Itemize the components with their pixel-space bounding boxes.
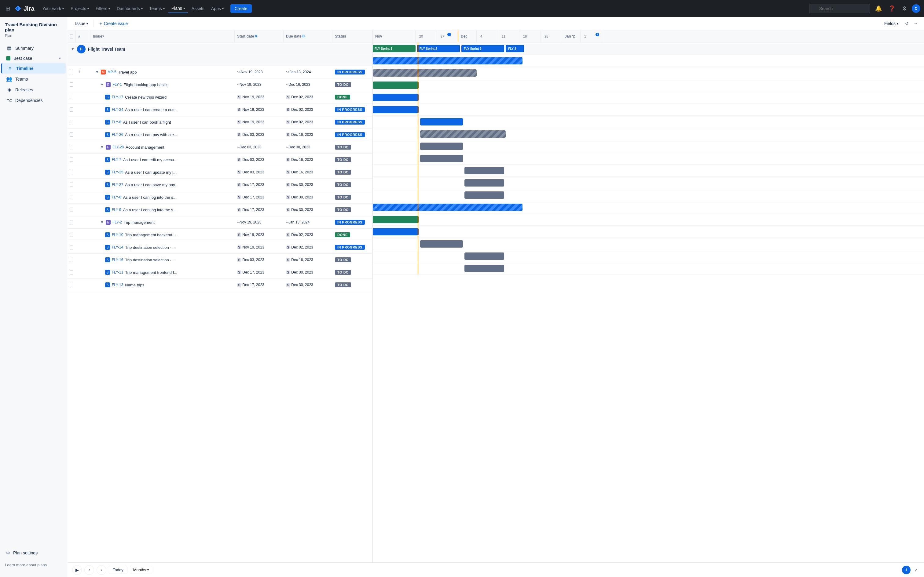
tl-bar-fly9[interactable] xyxy=(464,192,504,199)
row-due-fly25: SDec 16, 2023 xyxy=(284,166,333,178)
expand-icon[interactable]: ▼ xyxy=(95,70,99,74)
settings-icon[interactable]: ⚙ xyxy=(900,3,909,14)
issue-key-fly11[interactable]: FLY-11 xyxy=(112,270,123,274)
issue-key-fly6[interactable]: FLY-6 xyxy=(112,195,121,199)
tl-bar-fly28[interactable] xyxy=(420,131,506,138)
sidebar-item-summary[interactable]: ▤ Summary xyxy=(1,43,66,53)
create-issue-button[interactable]: + Create issue xyxy=(96,19,131,27)
nav-your-work[interactable]: Your work ▾ xyxy=(39,4,67,13)
grid-icon[interactable]: ⊞ xyxy=(4,3,12,14)
search-input[interactable] xyxy=(809,4,870,13)
row-checkbox[interactable] xyxy=(67,66,76,78)
nav-projects[interactable]: Projects ▾ xyxy=(68,4,92,13)
tl-bar-mp5[interactable]: → xyxy=(373,57,522,64)
th-issue[interactable]: Issue ▾ xyxy=(90,30,235,42)
row-checkbox[interactable] xyxy=(67,241,76,253)
row-checkbox[interactable] xyxy=(67,166,76,178)
row-checkbox[interactable] xyxy=(67,191,76,203)
issue-key-fly27[interactable]: FLY-27 xyxy=(112,182,123,187)
issue-key-fly13[interactable]: FLY-13 xyxy=(112,283,123,287)
expand-icon[interactable]: ▼ xyxy=(100,220,104,224)
issue-key-mp5[interactable]: MP-5 xyxy=(108,70,116,74)
issue-key-fly1[interactable]: FLY-1 xyxy=(112,82,122,87)
row-checkbox[interactable] xyxy=(67,229,76,241)
row-checkbox[interactable] xyxy=(67,279,76,291)
expand-icon[interactable]: ↔ xyxy=(913,20,919,27)
tl-bar-fly27[interactable] xyxy=(464,167,504,174)
tl-bar-fly2[interactable]: → xyxy=(373,204,522,211)
tl-bar-fly13[interactable] xyxy=(464,265,504,272)
tl-bar-fly8[interactable] xyxy=(373,106,418,113)
row-checkbox[interactable] xyxy=(67,179,76,191)
sidebar-item-teams[interactable]: 👥 Teams xyxy=(1,74,66,84)
row-checkbox[interactable] xyxy=(67,129,76,141)
tl-bar-fly14[interactable] xyxy=(373,228,418,235)
sidebar-item-plan-settings[interactable]: ⚙ Plan settings xyxy=(1,548,66,558)
row-checkbox[interactable] xyxy=(67,116,76,128)
nav-apps[interactable]: Apps ▾ xyxy=(208,4,227,13)
row-checkbox[interactable] xyxy=(67,153,76,166)
issue-key-fly26[interactable]: FLY-26 xyxy=(112,132,123,137)
issue-button[interactable]: Issue ▾ xyxy=(72,19,91,27)
tl-bar-fly16[interactable] xyxy=(420,240,463,248)
issue-key-fly7[interactable]: FLY-7 xyxy=(112,158,121,162)
issue-key-fly25[interactable]: FLY-25 xyxy=(112,170,123,174)
learn-more-link[interactable]: Learn more about plans xyxy=(5,562,62,567)
today-button[interactable]: Today xyxy=(109,566,128,574)
row-checkbox[interactable] xyxy=(67,141,76,153)
nav-assets[interactable]: Assets xyxy=(189,4,207,13)
collapse-icon[interactable]: ▼ xyxy=(71,47,74,51)
next-button[interactable]: › xyxy=(97,565,106,575)
tl-bar-fly1[interactable] xyxy=(373,69,477,77)
create-button[interactable]: Create xyxy=(230,4,252,13)
refresh-icon[interactable]: ↺ xyxy=(904,20,910,27)
tl-bar-fly11[interactable] xyxy=(464,253,504,260)
row-checkbox[interactable] xyxy=(67,266,76,279)
months-dropdown[interactable]: Months ▾ xyxy=(130,566,152,574)
jira-logo[interactable]: Jira xyxy=(15,5,34,12)
issue-key-fly28[interactable]: FLY-28 xyxy=(112,145,124,149)
user-avatar[interactable]: C xyxy=(912,4,920,13)
nav-plans[interactable]: Plans ▾ xyxy=(168,4,188,13)
row-checkbox[interactable] xyxy=(67,91,76,103)
tl-bar-fly6[interactable] xyxy=(464,179,504,187)
help-icon[interactable]: ❓ xyxy=(887,3,897,14)
select-all-checkbox[interactable] xyxy=(69,34,73,39)
issue-key-fly14[interactable]: FLY-14 xyxy=(112,245,123,250)
expand-icon[interactable]: ▼ xyxy=(100,145,104,149)
sidebar-item-timeline[interactable]: ≡ Timeline xyxy=(1,63,66,74)
fields-button[interactable]: Fields ▾ xyxy=(881,19,901,27)
row-checkbox[interactable] xyxy=(67,254,76,266)
sidebar-item-best-case[interactable]: Best case ▾ xyxy=(1,53,66,63)
tl-bar-fly10[interactable] xyxy=(373,216,418,223)
sidebar-item-dependencies[interactable]: ⌥ Dependencies xyxy=(1,95,66,106)
row-checkbox[interactable] xyxy=(67,103,76,116)
issue-key-fly2[interactable]: FLY-2 xyxy=(112,220,122,224)
issue-key-fly9[interactable]: FLY-9 xyxy=(112,208,121,212)
tl-bar-fly24[interactable] xyxy=(373,94,418,101)
row-num xyxy=(76,141,90,153)
play-button[interactable]: ▶ xyxy=(72,565,82,575)
tl-bar-fly25[interactable] xyxy=(420,155,463,162)
row-checkbox[interactable] xyxy=(67,216,76,228)
issue-key-fly17[interactable]: FLY-17 xyxy=(112,95,123,99)
fullscreen-icon[interactable]: ⤢ xyxy=(913,566,919,574)
tl-bar-fly17[interactable] xyxy=(373,82,418,89)
prev-button[interactable]: ‹ xyxy=(84,565,94,575)
nav-teams[interactable]: Teams ▾ xyxy=(146,4,168,13)
row-checkbox[interactable] xyxy=(67,204,76,216)
expand-icon[interactable]: ▼ xyxy=(100,82,104,87)
tl-bar-fly26[interactable] xyxy=(420,118,463,126)
info-button[interactable]: i xyxy=(902,566,911,574)
issue-key-fly16[interactable]: FLY-16 xyxy=(112,258,123,262)
issue-key-fly8[interactable]: FLY-8 xyxy=(112,120,121,124)
issue-key-fly10[interactable]: FLY-10 xyxy=(112,233,123,237)
notifications-icon[interactable]: 🔔 xyxy=(873,3,884,14)
issue-key-fly24[interactable]: FLY-24 xyxy=(112,108,123,112)
sidebar-item-releases[interactable]: ◈ Releases xyxy=(1,84,66,95)
nav-dashboards[interactable]: Dashboards ▾ xyxy=(114,4,146,13)
tl-bar-fly7[interactable] xyxy=(420,143,463,150)
timeline-panel[interactable]: Nov 20 27 Dec 4 11 18 25 Jan '2 1 ? xyxy=(373,30,924,577)
nav-filters[interactable]: Filters ▾ xyxy=(92,4,113,13)
row-checkbox[interactable] xyxy=(67,79,76,91)
